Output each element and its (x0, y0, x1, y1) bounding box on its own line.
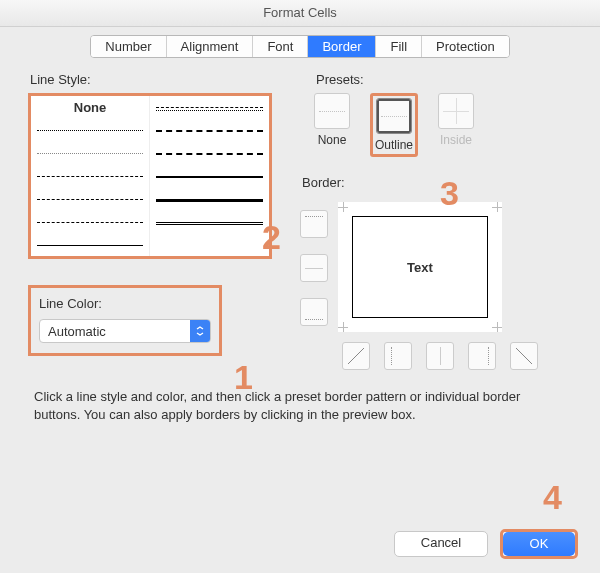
corner-mark (492, 202, 502, 212)
annotation-3: 3 (440, 174, 459, 213)
chevron-down-icon (190, 320, 210, 342)
cancel-button[interactable]: Cancel (394, 531, 488, 557)
ok-button[interactable]: OK (500, 529, 578, 559)
annotation-2: 2 (262, 218, 281, 257)
line-style-solid-thin[interactable] (31, 233, 150, 256)
line-color-combo[interactable]: Automatic (39, 319, 211, 343)
window-title: Format Cells (0, 0, 600, 27)
line-style-dotted[interactable] (31, 119, 150, 142)
border-vmid-button[interactable] (426, 342, 454, 370)
tab-alignment[interactable]: Alignment (167, 36, 254, 57)
preset-inside-icon (438, 93, 474, 129)
line-style-dash[interactable] (31, 165, 150, 188)
corner-mark (492, 322, 502, 332)
tab-protection[interactable]: Protection (422, 36, 509, 57)
line-style-label: Line Style: (30, 72, 294, 87)
hint-text: Click a line style and color, and then c… (34, 388, 566, 423)
border-bottom-buttons (338, 342, 538, 370)
presets-label: Presets: (296, 72, 572, 87)
line-style-double[interactable] (150, 210, 269, 233)
svg-line-1 (516, 348, 532, 364)
line-style-dashdot-thin[interactable] (150, 96, 269, 119)
preset-none-icon (314, 93, 350, 129)
border-top-button[interactable] (300, 210, 328, 238)
border-side-buttons (300, 196, 328, 370)
line-style-solid-med[interactable] (150, 165, 269, 188)
presets-row: None Outline Inside (294, 93, 572, 157)
border-diag-up-button[interactable] (342, 342, 370, 370)
tab-fill[interactable]: Fill (376, 36, 422, 57)
line-style-dash-med[interactable] (150, 142, 269, 165)
line-color-label: Line Color: (39, 296, 211, 311)
tab-border[interactable]: Border (308, 36, 376, 57)
border-section: Text (294, 196, 572, 370)
tab-font[interactable]: Font (253, 36, 308, 57)
preset-outline[interactable]: Outline (375, 98, 413, 152)
preset-outline-highlight: Outline (370, 93, 418, 157)
line-style-fine-dots[interactable] (31, 142, 150, 165)
dialog-content: Line Style: None Line Color: (0, 62, 600, 423)
tab-number[interactable]: Number (91, 36, 166, 57)
line-style-none[interactable]: None (31, 96, 150, 119)
line-color-value: Automatic (40, 324, 190, 339)
tab-bar: Number Alignment Font Border Fill Protec… (0, 27, 600, 62)
svg-line-0 (348, 348, 364, 364)
border-preview[interactable]: Text (338, 202, 502, 332)
border-bottom-button[interactable] (300, 298, 328, 326)
line-style-dashdot-med[interactable] (150, 119, 269, 142)
line-style-solid-thick[interactable] (150, 187, 269, 210)
corner-mark (338, 322, 348, 332)
annotation-1: 1 (234, 358, 253, 397)
line-color-section: Line Color: Automatic (28, 285, 222, 356)
border-left-button[interactable] (384, 342, 412, 370)
border-diag-down-button[interactable] (510, 342, 538, 370)
line-style-longdash[interactable] (31, 187, 150, 210)
border-hmid-button[interactable] (300, 254, 328, 282)
line-style-empty[interactable] (150, 233, 269, 256)
tab-segment: Number Alignment Font Border Fill Protec… (90, 35, 509, 58)
preset-inside[interactable]: Inside (438, 93, 474, 147)
dialog-footer: Cancel OK (394, 529, 578, 559)
line-style-grid[interactable]: None (28, 93, 272, 259)
preset-outline-icon (376, 98, 412, 134)
preview-text: Text (352, 216, 488, 318)
annotation-4: 4 (543, 478, 562, 517)
line-style-dashdotdot[interactable] (31, 210, 150, 233)
preset-none[interactable]: None (314, 93, 350, 147)
border-label: Border: (296, 175, 572, 190)
corner-mark (338, 202, 348, 212)
border-right-button[interactable] (468, 342, 496, 370)
